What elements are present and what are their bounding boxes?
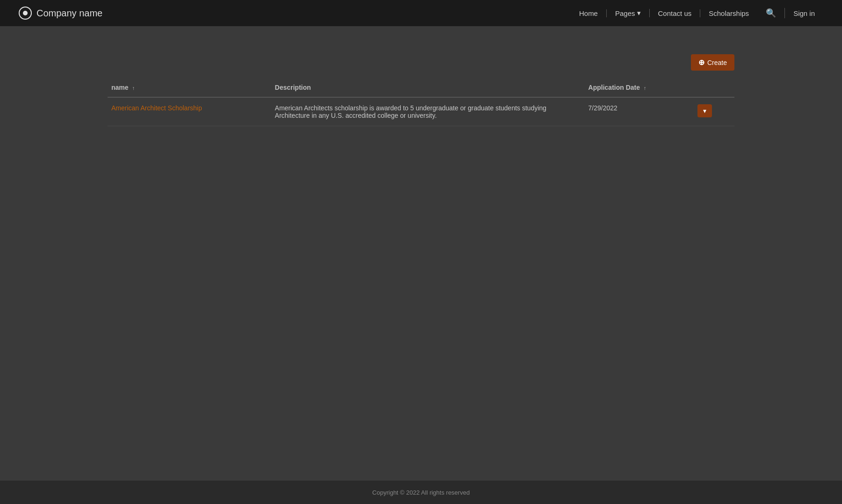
cell-scholarship-description: American Architects scholarship is award… bbox=[271, 97, 585, 126]
copyright-text: Copyright © 2022 All rights reserved bbox=[372, 489, 470, 496]
signin-button[interactable]: Sign in bbox=[785, 9, 823, 17]
brand-icon bbox=[19, 7, 32, 20]
brand-name: Company name bbox=[36, 8, 102, 19]
chevron-down-icon: ▾ bbox=[637, 9, 641, 17]
table-container: ⊕ Create name ↑ Description Application … bbox=[108, 54, 734, 126]
plus-icon: ⊕ bbox=[698, 58, 704, 67]
footer: Copyright © 2022 All rights reserved bbox=[0, 481, 842, 504]
cell-action: ▾ bbox=[694, 97, 734, 126]
chevron-down-icon: ▾ bbox=[703, 107, 706, 115]
col-header-name[interactable]: name ↑ bbox=[108, 78, 271, 97]
cell-scholarship-name[interactable]: American Architect Scholarship bbox=[108, 97, 271, 126]
nav-link-contact[interactable]: Contact us bbox=[650, 9, 701, 17]
table-toolbar: ⊕ Create bbox=[108, 54, 734, 71]
scholarships-table: name ↑ Description Application Date ↑ Am… bbox=[108, 78, 734, 126]
brand[interactable]: Company name bbox=[19, 7, 102, 20]
row-action-dropdown-button[interactable]: ▾ bbox=[697, 104, 712, 117]
sort-icon-name: ↑ bbox=[132, 85, 135, 91]
table-header-row: name ↑ Description Application Date ↑ bbox=[108, 78, 734, 97]
search-icon[interactable]: 🔍 bbox=[757, 8, 785, 18]
main-content: ⊕ Create name ↑ Description Application … bbox=[0, 26, 842, 481]
col-header-description: Description bbox=[271, 78, 585, 97]
col-header-date[interactable]: Application Date ↑ bbox=[585, 78, 694, 97]
col-header-action bbox=[694, 78, 734, 97]
nav-link-home[interactable]: Home bbox=[571, 9, 607, 17]
nav-link-pages[interactable]: Pages ▾ bbox=[607, 9, 650, 17]
navbar: Company name Home Pages ▾ Contact us Sch… bbox=[0, 0, 842, 26]
nav-link-scholarships[interactable]: Scholarships bbox=[700, 9, 757, 17]
table-row: American Architect Scholarship American … bbox=[108, 97, 734, 126]
sort-icon-date: ↑ bbox=[644, 85, 646, 91]
nav-links: Home Pages ▾ Contact us Scholarships 🔍 S… bbox=[571, 8, 823, 18]
cell-scholarship-date: 7/29/2022 bbox=[585, 97, 694, 126]
create-button[interactable]: ⊕ Create bbox=[691, 54, 734, 71]
